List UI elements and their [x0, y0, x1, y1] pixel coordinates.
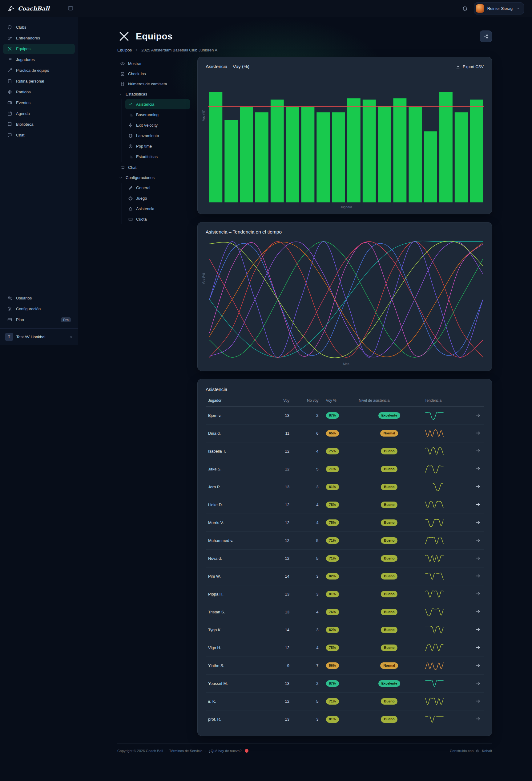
row-detail-arrow-button[interactable] [475, 501, 481, 508]
table-row[interactable]: Vigo H. 12 4 75% Bueno [206, 639, 484, 657]
subnav-child-item[interactable]: Asistencia [125, 204, 190, 214]
col-voy-pct: Voy % [321, 395, 357, 407]
sidebar-footer-item[interactable]: Usuarios [3, 293, 75, 303]
row-detail-arrow-button[interactable] [475, 627, 481, 633]
bolt-icon [128, 123, 133, 128]
row-detail-arrow-button[interactable] [475, 520, 481, 526]
row-detail-arrow-button[interactable] [475, 537, 481, 544]
table-row[interactable]: Jake S. 12 5 71% Bueno [206, 460, 484, 478]
subnav-child-item[interactable]: Pop time [125, 141, 190, 151]
notifications-bell-icon[interactable] [462, 5, 468, 12]
table-row[interactable]: Tygo K. 14 3 82% Bueno [206, 621, 484, 639]
sidebar-item[interactable]: Rutina personal [3, 76, 75, 86]
table-row[interactable]: Nova d. 12 5 71% Bueno [206, 550, 484, 568]
row-detail-arrow-button[interactable] [475, 662, 481, 669]
whats-new-link[interactable]: ¿Qué hay de nuevo? [209, 749, 241, 753]
row-detail-arrow-button[interactable] [475, 591, 481, 598]
subnav-item-checkins[interactable]: Check-ins [117, 69, 190, 79]
subnav-child-item[interactable]: Cuota [125, 214, 190, 224]
subnav-group-estadisticas[interactable]: Estadísticas [117, 89, 190, 99]
sidebar-item[interactable]: Partidos [3, 87, 75, 97]
subnav-item-chat[interactable]: Chat [117, 162, 190, 172]
subnav-child-item[interactable]: Exit Velocity [125, 120, 190, 130]
voy-count: 13 [269, 675, 292, 693]
table-row[interactable]: Morris V. 12 4 75% Bueno [206, 514, 484, 532]
table-row[interactable]: Pippa H. 13 3 81% Bueno [206, 585, 484, 603]
team-selector[interactable]: T Test AV Honkbal [0, 328, 78, 345]
subnav-child-item[interactable]: Estadísticas [125, 152, 190, 162]
row-detail-arrow-button[interactable] [475, 680, 481, 687]
sidebar-footer-item[interactable]: Configuración [3, 304, 75, 314]
table-row[interactable]: Dina d. 11 6 65% Normal [206, 424, 484, 442]
terms-link[interactable]: Términos de Servicio [169, 749, 202, 753]
breadcrumb-root-link[interactable]: Equipos [117, 48, 132, 52]
row-detail-arrow-button[interactable] [475, 555, 481, 562]
subnav-child-item[interactable]: Asistencia [125, 99, 190, 109]
row-detail-arrow-button[interactable] [475, 412, 481, 419]
subnav-item-numeros[interactable]: Números de camiseta [117, 79, 190, 89]
attendance-level-badge: Bueno [381, 501, 397, 508]
trend-sparkline [425, 447, 460, 456]
kobalt-link[interactable]: Kobalt [482, 749, 492, 753]
no-voy-count: 4 [292, 639, 321, 657]
table-row[interactable]: Pim W. 14 3 82% Bueno [206, 568, 484, 585]
brand[interactable]: CoachBall [0, 5, 50, 12]
voy-count: 14 [269, 568, 292, 585]
chevron-right-icon [135, 48, 138, 52]
topbar-right: Reinier Sierag [462, 2, 532, 14]
voy-pct-badge: 87% [326, 412, 339, 419]
table-row[interactable]: Youssef M. 13 2 87% Excelente [206, 675, 484, 693]
sidebar-item[interactable]: Chat [3, 130, 75, 140]
sidebar-item[interactable]: Práctica de equipo [3, 65, 75, 76]
row-detail-arrow-button[interactable] [475, 698, 481, 705]
sidebar-footer-item[interactable]: Plan Pro [3, 315, 75, 325]
subnav-group-configuraciones[interactable]: Configuraciones [117, 172, 190, 183]
voy-count: 12 [269, 442, 292, 460]
sidebar-item[interactable]: Clubs [3, 22, 75, 32]
row-detail-arrow-button[interactable] [475, 448, 481, 455]
sidebar-item[interactable]: Biblioteca [3, 119, 75, 129]
sidebar-toggle-button[interactable] [67, 5, 74, 12]
player-name: Muhammed v. [206, 532, 269, 550]
table-row[interactable]: Bjorn v. 13 2 87% Excelente [206, 407, 484, 424]
row-detail-arrow-button[interactable] [475, 609, 481, 616]
row-detail-arrow-button[interactable] [475, 484, 481, 490]
row-detail-arrow-button[interactable] [475, 645, 481, 651]
subnav-item-mostrar[interactable]: Mostrar [117, 58, 190, 69]
sidebar-item-label: Jugadores [16, 57, 35, 62]
player-name: Isabella T. [206, 442, 269, 460]
sidebar-item[interactable]: Entrenadores [3, 33, 75, 43]
attendance-bar-panel: Asistencia – Voy (%) Export CSV Voy (%) … [197, 57, 492, 214]
no-voy-count: 3 [292, 585, 321, 603]
subnav-child-item[interactable]: Baserunning [125, 110, 190, 120]
row-detail-arrow-button[interactable] [475, 573, 481, 580]
row-detail-arrow-button[interactable] [475, 430, 481, 437]
table-row[interactable]: Yinthe S. 9 7 56% Normal [206, 657, 484, 675]
sidebar-item[interactable]: Agenda [3, 109, 75, 119]
sidebar-item-label: Partidos [16, 90, 31, 94]
share-button[interactable] [480, 31, 492, 42]
export-csv-button[interactable]: Export CSV [456, 65, 484, 69]
voy-count: 13 [269, 478, 292, 496]
table-row[interactable]: Jorn P. 13 3 81% Bueno [206, 478, 484, 496]
subnav-child-item[interactable]: Juego [125, 193, 190, 203]
no-voy-count: 3 [292, 478, 321, 496]
table-row[interactable]: Isabella T. 12 4 75% Bueno [206, 442, 484, 460]
subnav-child-item[interactable]: General [125, 183, 190, 193]
trend-sparkline [425, 572, 460, 581]
sidebar-item[interactable]: Jugadores [3, 54, 75, 65]
sidebar-item[interactable]: Eventos [3, 98, 75, 108]
gear-icon [128, 196, 133, 201]
table-row[interactable]: Tristan S. 13 4 76% Bueno [206, 603, 484, 621]
table-row[interactable]: ir. K. 12 5 71% Bueno [206, 693, 484, 710]
table-row[interactable]: Muhammed v. 12 5 71% Bueno [206, 532, 484, 550]
trend-sparkline [425, 679, 460, 688]
row-detail-arrow-button[interactable] [475, 716, 481, 723]
table-row[interactable]: Lieke D. 12 4 75% Bueno [206, 496, 484, 514]
row-detail-arrow-button[interactable] [475, 466, 481, 472]
table-row[interactable]: prof. R. 13 3 81% Bueno [206, 710, 484, 728]
sidebar-item[interactable]: Equipos [3, 44, 75, 54]
attendance-level-badge: Bueno [381, 448, 397, 455]
user-menu[interactable]: Reinier Sierag [474, 2, 524, 14]
subnav-child-item[interactable]: Lanzamiento [125, 131, 190, 141]
